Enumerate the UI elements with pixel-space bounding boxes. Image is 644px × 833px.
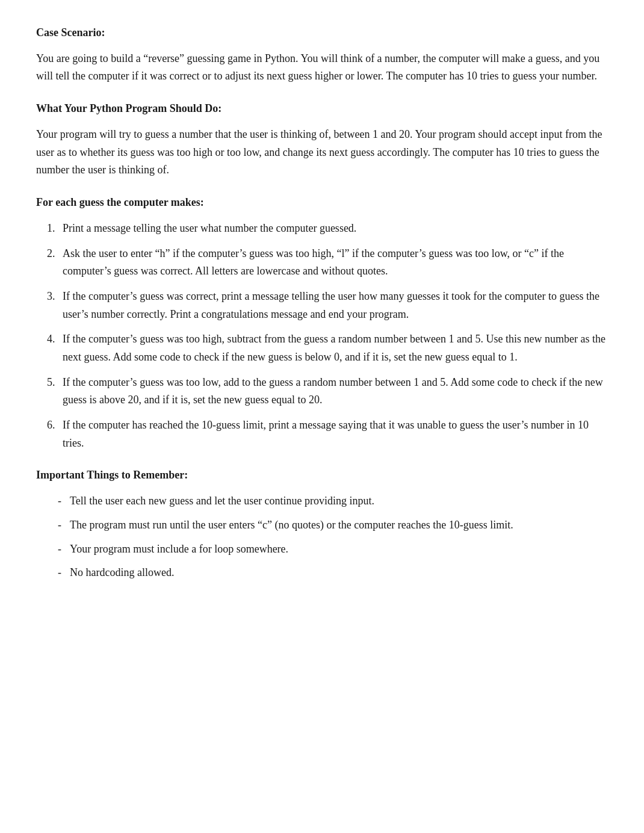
case-scenario-paragraph: You are going to build a “reverse” guess…: [36, 50, 608, 85]
for-each-guess-section: For each guess the computer makes: Print…: [36, 194, 608, 452]
page-content: Case Scenario: You are going to build a …: [36, 24, 608, 582]
what-program-heading: What Your Python Program Should Do:: [36, 100, 608, 117]
list-item: Tell the user each new guess and let the…: [58, 492, 608, 510]
list-item: If the computer’s guess was correct, pri…: [58, 288, 608, 323]
list-item: The program must run until the user ente…: [58, 516, 608, 534]
important-things-section: Important Things to Remember: Tell the u…: [36, 466, 608, 582]
list-item: Ask the user to enter “h” if the compute…: [58, 245, 608, 280]
list-item: Your program must include a for loop som…: [58, 540, 608, 559]
case-scenario-section: Case Scenario: You are going to build a …: [36, 24, 608, 85]
list-item: If the computer’s guess was too low, add…: [58, 374, 608, 409]
what-program-section: What Your Python Program Should Do: Your…: [36, 100, 608, 179]
list-item: No hardcoding allowed.: [58, 564, 608, 582]
case-scenario-heading: Case Scenario:: [36, 24, 608, 42]
list-item: Print a message telling the user what nu…: [58, 220, 608, 238]
what-program-paragraph: Your program will try to guess a number …: [36, 126, 608, 179]
list-item: If the computer’s guess was too high, su…: [58, 330, 608, 366]
for-each-guess-heading: For each guess the computer makes:: [36, 194, 608, 211]
important-things-heading: Important Things to Remember:: [36, 466, 608, 484]
ordered-list: Print a message telling the user what nu…: [58, 220, 608, 453]
list-item: If the computer has reached the 10-guess…: [58, 416, 608, 452]
bullet-list: Tell the user each new guess and let the…: [58, 492, 608, 582]
